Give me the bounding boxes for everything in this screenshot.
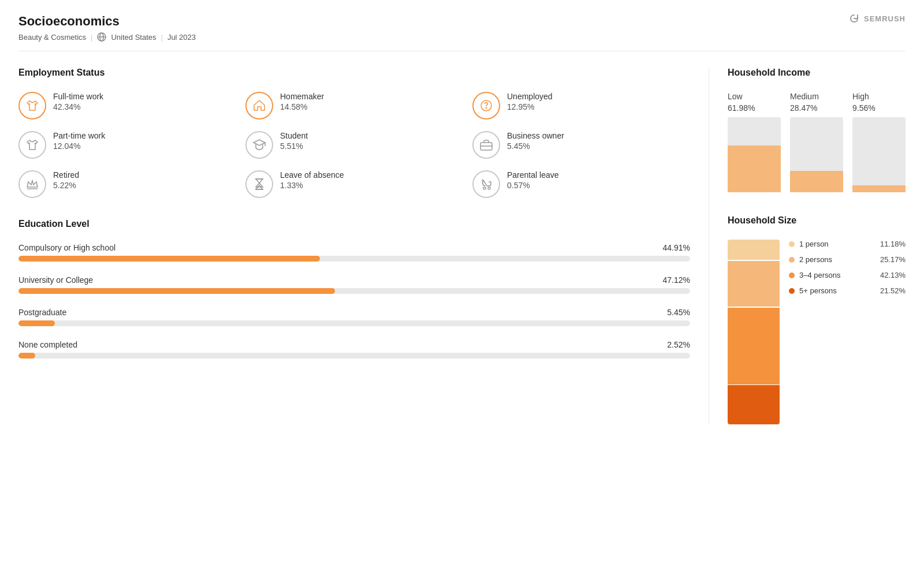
bar-track <box>18 288 690 294</box>
stacked-segment <box>728 308 780 384</box>
employment-item: Retired 5.22% <box>18 170 236 198</box>
emp-label: Unemployed <box>507 92 553 101</box>
income-bar <box>790 117 843 192</box>
emp-pct: 12.04% <box>53 141 105 151</box>
bar-fill <box>18 320 55 326</box>
semrush-brand-icon <box>848 14 860 23</box>
education-section: Education Level Compulsory or High schoo… <box>18 219 690 359</box>
income-col-label: Medium <box>790 92 843 101</box>
emp-label: Business owner <box>507 131 564 140</box>
emp-icon <box>472 131 500 159</box>
edu-item: None completed 2.52% <box>18 340 690 359</box>
svg-point-10 <box>483 187 486 189</box>
legend-dot <box>789 257 795 263</box>
edu-label: University or College <box>18 275 93 285</box>
stacked-segment <box>728 385 780 424</box>
emp-label: Parental leave <box>507 170 559 180</box>
edu-row: Compulsory or High school 44.91% <box>18 243 690 252</box>
edu-pct: 44.91% <box>663 243 690 252</box>
edu-label: None completed <box>18 340 77 349</box>
edu-pct: 47.12% <box>663 275 690 285</box>
emp-icon <box>18 92 46 120</box>
stacked-bar <box>728 240 780 424</box>
legend-item: 5+ persons 21.52% <box>789 286 906 295</box>
legend-item: 3–4 persons 42.13% <box>789 271 906 279</box>
household-size-section: Household Size 1 person 11.18% 2 persons… <box>728 215 906 424</box>
size-content: 1 person 11.18% 2 persons 25.17% 3–4 per… <box>728 240 906 424</box>
edu-row: None completed 2.52% <box>18 340 690 349</box>
size-legend: 1 person 11.18% 2 persons 25.17% 3–4 per… <box>789 240 906 302</box>
emp-text: Full-time work 42.34% <box>53 92 103 111</box>
legend-left: 1 person <box>789 240 829 248</box>
household-income-section: Household Income Low 61.98% Medium 28.47… <box>728 68 906 192</box>
bar-fill <box>18 288 335 294</box>
income-bar-gray <box>852 117 906 185</box>
income-bar <box>852 117 906 192</box>
employment-item: Leave of absence 1.33% <box>245 170 463 198</box>
emp-text: Part-time work 12.04% <box>53 131 105 151</box>
income-bar <box>728 117 781 192</box>
right-panel: Household Income Low 61.98% Medium 28.47… <box>709 68 906 424</box>
emp-text: Leave of absence 1.33% <box>280 170 344 190</box>
breadcrumb-country: United States <box>111 33 156 42</box>
page-wrapper: Socioeconomics Beauty & Cosmetics | Unit… <box>0 0 924 586</box>
bar-fill <box>18 256 320 262</box>
legend-item: 1 person 11.18% <box>789 240 906 248</box>
employment-item: Student 5.51% <box>245 131 463 159</box>
svg-point-11 <box>488 187 490 189</box>
size-chart <box>728 240 780 424</box>
income-col: High 9.56% <box>852 92 906 192</box>
edu-item: Compulsory or High school 44.91% <box>18 243 690 262</box>
income-bar-wrap <box>852 117 906 192</box>
income-bar-wrap <box>728 117 781 192</box>
income-col-pct: 61.98% <box>728 103 781 113</box>
legend-left: 5+ persons <box>789 286 837 295</box>
emp-icon <box>472 92 500 120</box>
edu-pct: 5.45% <box>667 308 690 317</box>
legend-pct: 42.13% <box>880 271 906 279</box>
emp-pct: 42.34% <box>53 102 103 111</box>
semrush-logo: SEMRUSH <box>848 14 906 23</box>
legend-dot <box>789 241 795 247</box>
education-title: Education Level <box>18 219 690 229</box>
income-col-label: High <box>852 92 906 101</box>
emp-icon <box>245 92 273 120</box>
employment-item: Business owner 5.45% <box>472 131 690 159</box>
emp-pct: 14.58% <box>280 102 324 111</box>
emp-text: Homemaker 14.58% <box>280 92 324 111</box>
edu-pct: 2.52% <box>667 340 690 349</box>
legend-pct: 25.17% <box>880 255 906 264</box>
svg-point-4 <box>486 107 486 108</box>
employment-item: Unemployed 12.95% <box>472 92 690 120</box>
emp-label: Retired <box>53 170 79 180</box>
bar-track <box>18 320 690 326</box>
employment-section: Employment Status Full-time work 42.34% … <box>18 68 690 198</box>
income-col: Medium 28.47% <box>790 92 843 192</box>
legend-label: 1 person <box>799 240 829 248</box>
stacked-segment <box>728 240 780 260</box>
employment-item: Part-time work 12.04% <box>18 131 236 159</box>
emp-pct: 1.33% <box>280 181 344 190</box>
income-bar-orange <box>790 171 843 192</box>
household-income-title: Household Income <box>728 68 906 78</box>
employment-title: Employment Status <box>18 68 690 78</box>
globe-icon <box>97 32 106 42</box>
bar-fill <box>18 353 35 359</box>
emp-label: Full-time work <box>53 92 103 101</box>
emp-text: Retired 5.22% <box>53 170 79 190</box>
emp-pct: 5.51% <box>280 141 308 151</box>
income-bar-gray <box>728 117 781 145</box>
header: Socioeconomics Beauty & Cosmetics | Unit… <box>18 14 906 51</box>
edu-label: Compulsory or High school <box>18 243 116 252</box>
breadcrumb: Beauty & Cosmetics | United States | Jul… <box>18 32 196 42</box>
education-bars: Compulsory or High school 44.91% Univers… <box>18 243 690 359</box>
income-bar-orange <box>852 185 906 192</box>
emp-icon <box>18 170 46 198</box>
emp-text: Business owner 5.45% <box>507 131 564 151</box>
legend-pct: 21.52% <box>880 286 906 295</box>
emp-pct: 12.95% <box>507 102 553 111</box>
income-col-label: Low <box>728 92 781 101</box>
legend-dot <box>789 288 795 294</box>
legend-pct: 11.18% <box>880 240 906 248</box>
income-bar-gray <box>790 117 843 171</box>
